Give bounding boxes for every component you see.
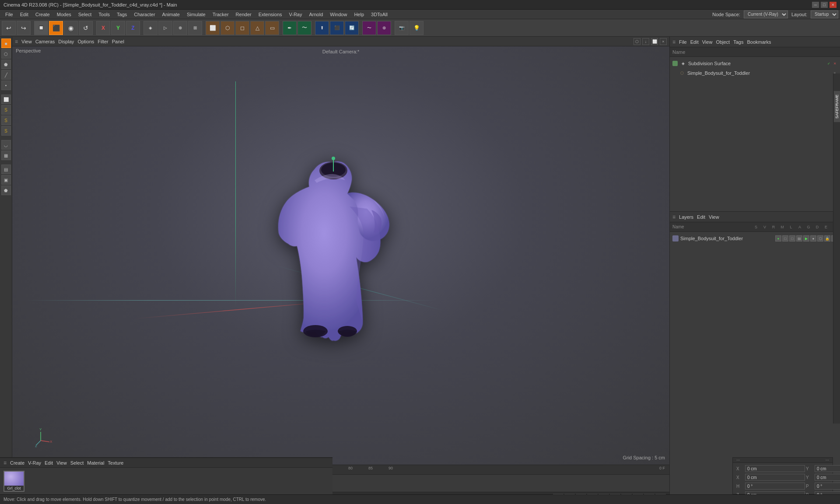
menu-create[interactable]: Create xyxy=(32,11,53,18)
viewport-filter-menu[interactable]: Filter xyxy=(98,39,108,44)
hier-view-menu[interactable]: View xyxy=(702,39,713,45)
close-button[interactable]: ✕ xyxy=(830,2,836,8)
left-icon-edge[interactable]: ╱ xyxy=(1,70,11,80)
cube-button[interactable]: ⬜ xyxy=(206,21,220,35)
mat-select-menu[interactable]: Select xyxy=(70,460,84,466)
viewport-icon-3[interactable]: ⬜ xyxy=(651,38,658,45)
mat-view-menu[interactable]: View xyxy=(56,460,67,466)
hier-tags-menu[interactable]: Tags xyxy=(733,39,743,45)
layer-lock-icon[interactable]: 🔒 xyxy=(824,235,830,242)
viewport-menu-icon[interactable]: ≡ xyxy=(15,38,18,45)
hier-edit-menu[interactable]: Edit xyxy=(690,39,699,45)
viewport-icon-4[interactable]: × xyxy=(660,38,667,45)
viewport-panel-menu[interactable]: Panel xyxy=(112,39,124,44)
left-icon-model[interactable]: ■ xyxy=(1,38,11,48)
viewport-cameras-menu[interactable]: Cameras xyxy=(35,39,55,44)
mat-material-menu[interactable]: Material xyxy=(87,460,104,466)
bend-button[interactable]: 〜 xyxy=(362,21,376,35)
viewport[interactable]: Perspective Default Camera:* xyxy=(12,46,669,465)
rotate-tool-button[interactable]: ◉ xyxy=(64,21,78,35)
left-icon-tool1[interactable]: ◡ xyxy=(1,140,11,150)
loft-button[interactable]: ⬛ xyxy=(330,21,344,35)
left-icon-mesh[interactable]: ⬡ xyxy=(1,49,11,59)
hier-check-icon[interactable]: ✓ xyxy=(826,61,831,66)
menu-extensions[interactable]: Extensions xyxy=(255,11,286,18)
cylinder-button[interactable]: ◻ xyxy=(235,21,249,35)
live-select-button[interactable]: ▷ xyxy=(158,21,172,35)
menu-tools[interactable]: Tools xyxy=(95,11,113,18)
menu-file[interactable]: File xyxy=(2,11,17,18)
menu-render[interactable]: Render xyxy=(232,11,255,18)
viewport-display-menu[interactable]: Display xyxy=(58,39,74,44)
camera-button[interactable]: 📷 xyxy=(395,21,409,35)
axis-x-button[interactable]: X xyxy=(96,21,110,35)
hier-row-subdivision[interactable]: ◈ Subdivision Surface ✓ ✕ xyxy=(670,59,840,68)
hier-row-bodysuit[interactable]: ⬡ Simple_Bodysuit_for_Toddler ≡ xyxy=(670,68,840,78)
material-swatch-grl-clot[interactable]: Grl_clot xyxy=(4,471,24,492)
layer-m-icon[interactable]: ▤ xyxy=(796,235,802,242)
scale-object-button[interactable]: ⊞ xyxy=(188,21,202,35)
axis-y-button[interactable]: Y xyxy=(111,21,125,35)
coord-sy-input[interactable] xyxy=(815,474,840,481)
coord-h-input[interactable] xyxy=(745,483,805,490)
layers-edit-menu[interactable]: Edit xyxy=(697,214,705,220)
coord-p-input[interactable] xyxy=(815,483,840,490)
pen-tool-button[interactable]: ✒ xyxy=(283,21,297,35)
menu-character[interactable]: Character xyxy=(130,11,158,18)
menu-tags[interactable]: Tags xyxy=(113,11,130,18)
left-icon-tool4[interactable]: ▣ xyxy=(1,175,11,185)
model-mode-button[interactable]: 🔲 xyxy=(34,21,48,35)
node-space-select[interactable]: Current (V-Ray) xyxy=(744,10,788,18)
layers-view-menu[interactable]: View xyxy=(709,214,719,220)
left-icon-tool3[interactable]: ▤ xyxy=(1,164,11,174)
hier-object-menu[interactable]: Object xyxy=(716,39,730,45)
sweep-button[interactable]: 🔄 xyxy=(345,21,359,35)
mat-texture-menu[interactable]: Texture xyxy=(108,460,123,466)
menu-edit[interactable]: Edit xyxy=(17,11,32,18)
menu-simulate[interactable]: Simulate xyxy=(183,11,209,18)
menu-modes[interactable]: Modes xyxy=(53,11,75,18)
menu-3dtoall[interactable]: 3DToAll xyxy=(368,11,391,18)
move-tool-button[interactable]: ⬛ xyxy=(49,21,63,35)
left-icon-tool2[interactable]: ▦ xyxy=(1,150,11,160)
layer-deform-icon[interactable]: ⬡ xyxy=(817,235,823,242)
redo-button[interactable]: ↪ xyxy=(17,21,31,35)
mat-vray-menu[interactable]: V-Ray xyxy=(28,460,41,466)
viewport-view-menu[interactable]: View xyxy=(21,39,32,44)
layer-vis-icon[interactable]: □ xyxy=(782,235,788,242)
menu-arnold[interactable]: Arnold xyxy=(305,11,326,18)
viewport-icon-2[interactable]: ↓ xyxy=(642,38,649,45)
maximize-button[interactable]: □ xyxy=(821,2,828,8)
coord-x-input[interactable] xyxy=(745,465,805,472)
hier-x-icon[interactable]: ✕ xyxy=(832,61,837,66)
cone-button[interactable]: △ xyxy=(250,21,264,35)
layer-gen-icon[interactable]: ● xyxy=(810,235,816,242)
extrude-button[interactable]: ⬆ xyxy=(315,21,329,35)
hier-bookmarks-menu[interactable]: Bookmarks xyxy=(747,39,771,45)
layers-menu-icon[interactable]: ≡ xyxy=(672,214,676,220)
layout-select[interactable]: Startup xyxy=(811,10,838,18)
menu-help[interactable]: Help xyxy=(350,11,368,18)
left-icon-animate[interactable]: S xyxy=(1,105,11,115)
light-button[interactable]: 💡 xyxy=(410,21,424,35)
menu-window[interactable]: Window xyxy=(326,11,350,18)
left-icon-s3[interactable]: S xyxy=(1,126,11,136)
left-icon-polygon[interactable]: ⬟ xyxy=(1,60,11,69)
plane-button[interactable]: ▭ xyxy=(265,21,279,35)
left-icon-s2[interactable]: S xyxy=(1,116,11,125)
menu-vray[interactable]: V-Ray xyxy=(286,11,306,18)
hier-file-menu[interactable]: File xyxy=(679,39,687,45)
layer-solo-icon[interactable]: ● xyxy=(775,235,781,242)
viewport-options-menu[interactable]: Options xyxy=(77,39,94,44)
menu-animate[interactable]: Animate xyxy=(159,11,183,18)
mat-menu-icon[interactable]: ≡ xyxy=(4,460,7,466)
scale-tool-button[interactable]: ↺ xyxy=(79,21,93,35)
tab-safeframe[interactable]: SAFEFRAME xyxy=(834,91,840,122)
mat-edit-menu[interactable]: Edit xyxy=(45,460,53,466)
menu-select[interactable]: Select xyxy=(75,11,95,18)
mat-create-menu[interactable]: Create xyxy=(10,460,24,466)
viewport-icon-1[interactable]: ⬡ xyxy=(634,38,640,45)
move-object-button[interactable]: ⊕ xyxy=(173,21,187,35)
hier-menu-icon[interactable]: ≡ xyxy=(672,39,676,45)
left-icon-uv[interactable]: ⬜ xyxy=(1,94,11,104)
